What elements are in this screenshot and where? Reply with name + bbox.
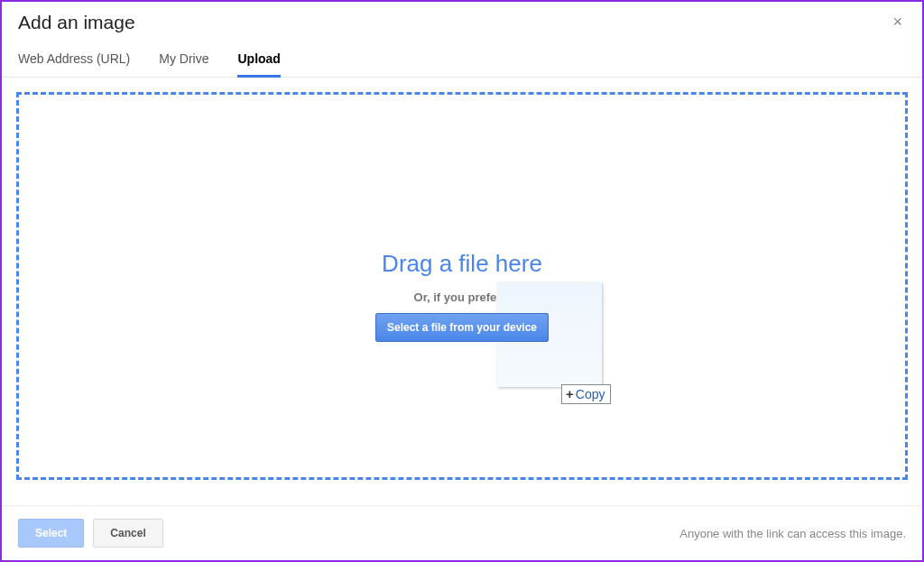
access-note: Anyone with the link can access this ima… — [679, 527, 906, 540]
select-file-button[interactable]: Select a file from your device — [375, 313, 549, 342]
file-dropzone[interactable]: Drag a file here Or, if you prefer... Se… — [16, 92, 908, 480]
cancel-button[interactable]: Cancel — [93, 519, 162, 548]
dialog-footer: Select Cancel Anyone with the link can a… — [2, 505, 922, 560]
tab-upload[interactable]: Upload — [237, 51, 280, 77]
close-icon[interactable]: × — [889, 11, 906, 33]
cursor-copy-badge: + Copy — [561, 384, 611, 404]
plus-icon: + — [566, 386, 574, 401]
dialog-title: Add an image — [18, 12, 135, 33]
select-button[interactable]: Select — [18, 519, 84, 548]
drag-instruction-text: Drag a file here — [382, 250, 542, 278]
tabs-bar: Web Address (URL) My Drive Upload — [2, 41, 922, 78]
tab-my-drive[interactable]: My Drive — [159, 51, 208, 77]
prefer-text: Or, if you prefer... — [414, 290, 511, 304]
copy-label: Copy — [576, 387, 605, 401]
tab-web-address[interactable]: Web Address (URL) — [18, 51, 130, 77]
